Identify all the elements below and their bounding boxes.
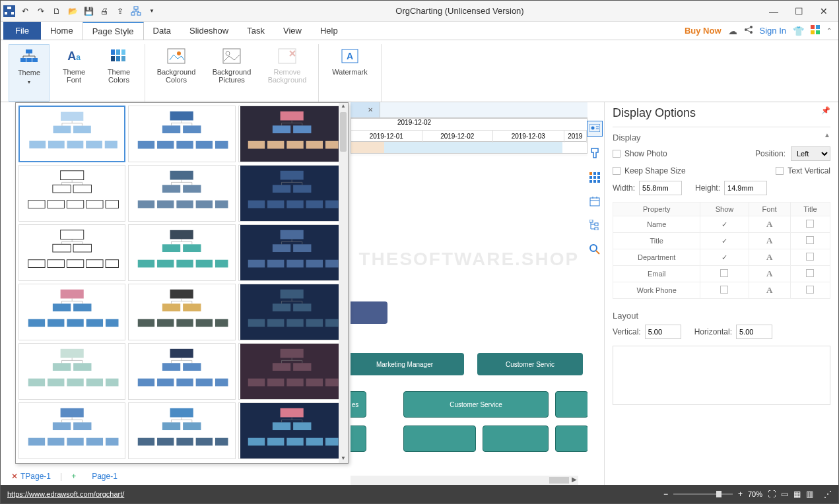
home-tab[interactable]: Home [41,22,83,40]
search-icon[interactable] [589,243,601,258]
width-input[interactable] [639,181,682,195]
property-show-checkbox[interactable] [700,282,749,299]
page-style-tab[interactable]: Page Style [83,22,144,40]
new-icon[interactable]: 🗋 [51,5,63,17]
theme-thumbnail[interactable] [128,165,235,222]
property-show-checkbox[interactable]: ✓ [700,216,749,233]
remove-bg-button[interactable]: Remove Background [261,44,313,102]
themes-scrollbar[interactable]: ▲ ▼ [339,103,348,463]
property-title-checkbox[interactable] [790,282,830,299]
scroll-up-panel-icon[interactable]: ▲ [824,131,830,139]
contact-card-icon[interactable] [587,121,603,137]
page-tab-1[interactable]: ✕TPage-1 [7,472,55,481]
qat-dropdown-icon[interactable]: ▼ [146,5,158,17]
close-page-icon[interactable]: ✕ [11,472,18,481]
view-tab[interactable]: View [274,22,311,40]
zoom-in-icon[interactable]: + [738,489,743,499]
text-vertical-checkbox[interactable] [776,167,784,175]
chart-node[interactable] [351,301,387,324]
calendar-icon[interactable] [589,196,600,209]
property-font-button[interactable]: A [749,282,790,299]
chart-tool-icon[interactable] [130,5,142,17]
theme-thumbnail[interactable] [128,402,235,459]
buy-now-link[interactable]: Buy Now [685,26,722,36]
theme-thumbnail[interactable] [18,224,125,281]
view-mode1-icon[interactable]: ▦ [793,489,801,499]
scroll-up-icon[interactable]: ▲ [339,103,348,111]
tshirt-icon[interactable]: 👕 [793,26,804,36]
theme-thumbnail[interactable] [128,284,235,340]
theme-thumbnail[interactable] [18,165,125,222]
hscroll-thumb[interactable] [549,477,569,484]
theme-thumbnail[interactable] [128,224,235,281]
theme-thumbnail[interactable] [128,343,235,400]
chart-node-cs-full[interactable]: Customer Service [403,391,549,418]
data-tab[interactable]: Data [144,22,180,40]
chart-node[interactable] [555,425,587,452]
property-title-checkbox[interactable] [790,216,830,233]
cloud-icon[interactable]: ☁ [728,26,737,36]
theme-colors-button[interactable]: Theme Colors [98,44,139,102]
property-title-checkbox[interactable] [790,233,830,249]
theme-thumbnail[interactable] [238,284,345,340]
keep-shape-checkbox[interactable] [613,167,621,175]
zoom-out-icon[interactable]: − [663,489,668,499]
doc-tab[interactable]: ✕ [351,102,380,117]
open-icon[interactable]: 📂 [67,5,79,17]
property-font-button[interactable]: A [749,266,790,282]
property-font-button[interactable]: A [749,216,790,233]
grid-icon[interactable] [589,172,600,185]
collapse-ribbon-icon[interactable]: ⌃ [826,27,832,34]
chart-node[interactable] [555,391,587,418]
watermark-button[interactable]: A Watermark [324,44,376,102]
layout-preview[interactable] [613,346,830,405]
task-tab[interactable]: Task [238,22,274,40]
tree-icon[interactable] [589,220,600,233]
property-title-checkbox[interactable] [790,266,830,282]
show-photo-checkbox[interactable] [613,150,621,158]
horizontal-input[interactable] [736,325,772,339]
sign-in-link[interactable]: Sign In [760,26,786,36]
zoom-knob[interactable] [716,491,722,497]
chart-node-es[interactable]: es [351,391,366,418]
undo-icon[interactable]: ↶ [19,5,31,17]
add-page-button[interactable]: + [67,472,83,481]
print-icon[interactable]: 🖨 [98,5,110,17]
pin-icon[interactable]: 📌 [821,106,830,115]
maximize-button[interactable]: ☐ [787,3,811,19]
help-tab[interactable]: Help [311,22,347,40]
minimize-button[interactable]: — [762,3,786,19]
theme-thumbnail[interactable] [238,224,345,281]
property-show-checkbox[interactable] [700,266,749,282]
close-tab-icon[interactable]: ✕ [368,106,373,113]
slideshow-tab[interactable]: Slideshow [180,22,238,40]
file-tab[interactable]: File [3,22,41,40]
theme-thumbnail[interactable] [18,402,125,459]
horizontal-scrollbar[interactable]: ▶ [351,476,578,485]
theme-button[interactable]: Theme ▾ [9,44,50,102]
chart-node-customer-service[interactable]: Customer Servic [477,353,583,375]
property-title-checkbox[interactable] [790,249,830,266]
theme-thumbnail[interactable] [238,106,345,162]
save-icon[interactable]: 💾 [83,5,94,17]
vertical-input[interactable] [645,325,681,339]
page-tab-2[interactable]: Page-1 [88,472,121,481]
view-mode2-icon[interactable]: ▥ [806,489,813,499]
brush-icon[interactable] [589,147,600,162]
scroll-down-icon[interactable]: ▼ [339,455,348,463]
property-font-button[interactable]: A [749,233,790,249]
chart-node[interactable] [351,425,366,452]
theme-thumbnail[interactable] [238,343,345,400]
position-select[interactable]: Left [791,146,830,161]
property-font-button[interactable]: A [749,249,790,266]
chart-node-marketing-manager[interactable]: Marketing Manager [351,353,464,375]
share-icon[interactable]: ⇪ [114,5,126,17]
app-icon[interactable] [3,5,15,17]
bg-pictures-button[interactable]: Background Pictures [206,44,257,102]
theme-font-button[interactable]: Aa Theme Font [53,44,94,102]
redo-icon[interactable]: ↷ [35,5,47,17]
chart-node[interactable] [483,425,549,452]
theme-thumbnail[interactable] [128,106,235,162]
colorful-icon[interactable] [811,25,820,36]
theme-thumbnail[interactable] [18,284,125,340]
